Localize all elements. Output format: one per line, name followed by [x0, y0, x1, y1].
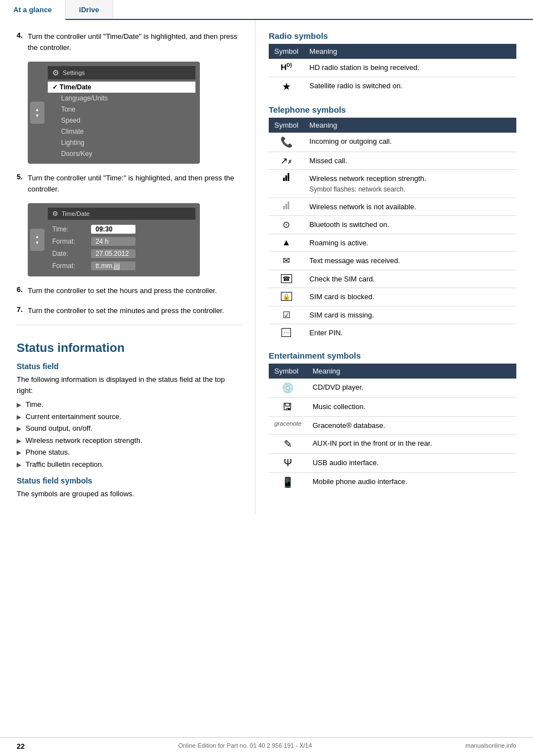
- page-body: 4. Turn the controller until "Time/Date"…: [0, 20, 533, 514]
- table-row: ⊙ Bluetooth is switched on.: [269, 216, 516, 234]
- satellite-radio-symbol: ★: [269, 77, 304, 96]
- menu-item-time-date: Time/Date: [48, 82, 195, 93]
- timedate-screen: ▲ ▼ ⚙ Time/Date Time: 09:30 Format: 24 h: [28, 203, 200, 276]
- table-row: ☎ Check the SIM card.: [269, 270, 516, 288]
- step-7-number: 7.: [17, 305, 28, 314]
- bullet-wireless: ▶ Wireless network reception strength.: [17, 435, 242, 446]
- table-row: Wireless network reception strength.Symb…: [269, 170, 516, 198]
- page-number: 22: [17, 742, 24, 750]
- table-row: ★ Satellite radio is switched on.: [269, 77, 516, 96]
- table-row: HD) HD radio station is being received.: [269, 59, 516, 77]
- timedate-menu: ⚙ Time/Date Time: 09:30 Format: 24 h Dat…: [48, 208, 195, 272]
- timedate-title-bar: ⚙ Time/Date: [48, 208, 195, 220]
- table-row: Wireless network is not available.: [269, 198, 516, 216]
- table-row: ☑ SIM card is missing.: [269, 306, 516, 324]
- menu-item-speed: Speed: [48, 115, 195, 126]
- telephone-symbols-table: Symbol Meaning 📞 Incoming or outgoing ca…: [269, 118, 516, 342]
- settings-title-bar: ⚙ Settings: [48, 66, 195, 79]
- bullet-entertainment: ▶ Current entertainment source.: [17, 411, 242, 422]
- footer-text: Online Edition for Part no. 01 40 2 956 …: [178, 742, 312, 750]
- table-row: 💿 CD/DVD player.: [269, 379, 516, 398]
- bullet-arrow-icon: ▶: [17, 448, 21, 457]
- brand-text: manualsonline.info: [465, 742, 516, 750]
- table-row: 🖫 Music collection.: [269, 397, 516, 416]
- table-row: ··· Enter PIN.: [269, 324, 516, 342]
- radio-symbols-table: Symbol Meaning HD) HD radio station is b…: [269, 44, 516, 96]
- table-row: Ψ USB audio interface.: [269, 454, 516, 473]
- step-4-text: Turn the controller until "Time/Date" is…: [28, 31, 242, 53]
- bullet-phone: ▶ Phone status.: [17, 447, 242, 458]
- table-row: gracenote Gracenote® database.: [269, 416, 516, 435]
- hd-radio-meaning: HD radio station is being received.: [304, 59, 516, 77]
- nav-controller-2: ▲ ▼: [30, 229, 44, 251]
- date-format-row: Format: tt.mm.jjjj: [48, 260, 195, 272]
- satellite-radio-meaning: Satellite radio is switched on.: [304, 77, 516, 96]
- table-row: ▲ Roaming is active.: [269, 234, 516, 252]
- tab-idrive[interactable]: iDrive: [66, 0, 113, 19]
- status-field-symbols-intro: The symbols are grouped as follows.: [17, 488, 242, 500]
- step-7: 7. Turn the controller to set the minute…: [17, 305, 242, 316]
- nav-controller: ▲ ▼: [30, 102, 44, 124]
- status-bullet-list: ▶ Time. ▶ Current entertainment source. …: [17, 399, 242, 470]
- entertainment-symbols-title: Entertainment symbols: [269, 351, 516, 360]
- right-column: Radio symbols Symbol Meaning HD) HD radi…: [255, 20, 533, 514]
- menu-item-doors: Doors/Key: [48, 148, 195, 159]
- status-field-intro: The following information is displayed i…: [17, 374, 242, 396]
- time-row: Time: 09:30: [48, 223, 195, 235]
- date-row: Date: 27.05.2012: [48, 248, 195, 260]
- menu-item-lighting: Lighting: [48, 137, 195, 148]
- table-row: 📞 Incoming or outgoing call.: [269, 133, 516, 152]
- bullet-arrow-icon: ▶: [17, 460, 21, 470]
- step-4: 4. Turn the controller until "Time/Date"…: [17, 31, 242, 53]
- status-information-title: Status information: [17, 341, 242, 355]
- format-row: Format: 24 h: [48, 235, 195, 248]
- table-row: ✉ Text message was received.: [269, 252, 516, 270]
- menu-item-climate: Climate: [48, 126, 195, 137]
- step-6-number: 6.: [17, 285, 28, 294]
- step-5-number: 5.: [17, 173, 28, 181]
- menu-item-language: Language/Units: [48, 93, 195, 104]
- radio-col-symbol: Symbol: [269, 44, 304, 59]
- bullet-arrow-icon: ▶: [17, 412, 21, 422]
- ent-col-meaning: Meaning: [307, 364, 516, 379]
- timedate-screen-inner: ▲ ▼ ⚙ Time/Date Time: 09:30 Format: 24 h: [28, 203, 200, 276]
- settings-menu: ⚙ Settings Time/Date Language/Units Tone…: [48, 66, 195, 159]
- step-7-text: Turn the controller to set the minutes a…: [28, 305, 242, 316]
- page-footer: 22 Online Edition for Part no. 01 40 2 9…: [0, 737, 533, 750]
- telephone-symbols-title: Telephone symbols: [269, 105, 516, 114]
- step-6: 6. Turn the controller to set the hours …: [17, 285, 242, 296]
- bullet-arrow-icon: ▶: [17, 436, 21, 446]
- left-column: 4. Turn the controller until "Time/Date"…: [0, 20, 255, 514]
- table-row: ↗✗ Missed call.: [269, 152, 516, 170]
- bullet-arrow-icon: ▶: [17, 424, 21, 434]
- bullet-time: ▶ Time.: [17, 399, 242, 410]
- status-field-symbols-title: Status field symbols: [17, 476, 242, 485]
- page-header: At a glance iDrive: [0, 0, 533, 20]
- step-5-text: Turn the controller until "Time:" is hig…: [28, 173, 242, 194]
- tab-at-a-glance[interactable]: At a glance: [0, 0, 66, 20]
- status-info-section: Status information Status field The foll…: [17, 325, 242, 500]
- status-field-title: Status field: [17, 362, 242, 371]
- settings-screen-inner: ▲ ▼ ⚙ Settings Time/Date Language/Units …: [28, 62, 200, 164]
- settings-screen: ▲ ▼ ⚙ Settings Time/Date Language/Units …: [28, 62, 200, 164]
- tel-col-meaning: Meaning: [304, 118, 516, 133]
- ent-col-symbol: Symbol: [269, 364, 307, 379]
- entertainment-symbols-table: Symbol Meaning 💿 CD/DVD player. 🖫 Music …: [269, 364, 516, 492]
- table-row: ✎ AUX-IN port in the front or in the rea…: [269, 435, 516, 454]
- radio-symbols-title: Radio symbols: [269, 31, 516, 41]
- hd-radio-symbol: HD): [269, 59, 304, 77]
- bullet-arrow-icon: ▶: [17, 400, 21, 410]
- bullet-traffic: ▶ Traffic bulletin reception.: [17, 459, 242, 470]
- radio-col-meaning: Meaning: [304, 44, 516, 59]
- step-6-text: Turn the controller to set the hours and…: [28, 285, 242, 296]
- step-4-number: 4.: [17, 31, 28, 39]
- step-5: 5. Turn the controller until "Time:" is …: [17, 173, 242, 194]
- table-row: 📱 Mobile phone audio interface.: [269, 473, 516, 492]
- table-row: 🔒 SIM card is blocked.: [269, 288, 516, 306]
- menu-item-tone: Tone: [48, 104, 195, 115]
- tel-col-symbol: Symbol: [269, 118, 304, 133]
- bullet-sound: ▶ Sound output, on/off.: [17, 423, 242, 434]
